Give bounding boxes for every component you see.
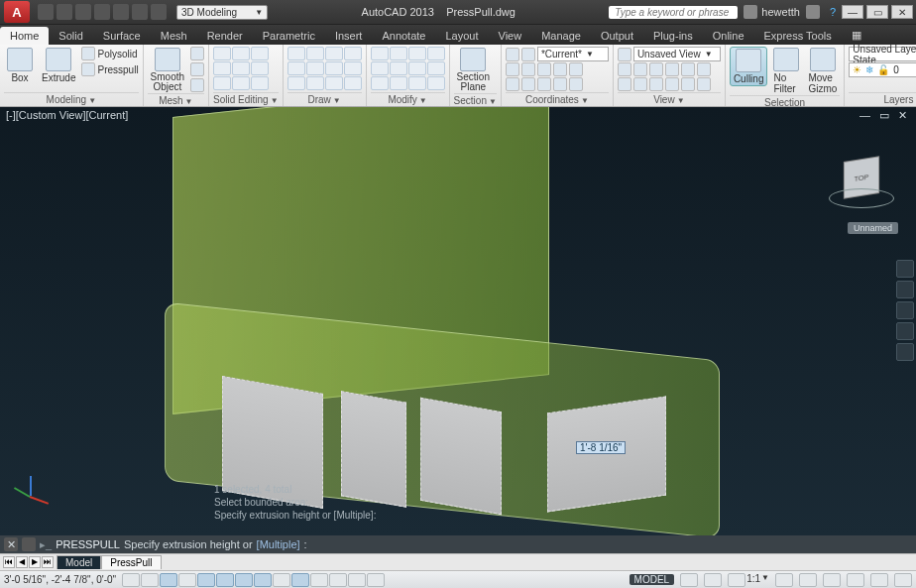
workspace-switch-icon[interactable] xyxy=(799,573,817,587)
workspace-selector[interactable]: 3D Modeling ▼ xyxy=(176,5,268,20)
tab-home[interactable]: Home xyxy=(0,27,49,45)
ucs-icon[interactable] xyxy=(506,48,519,61)
rectangle-icon[interactable] xyxy=(287,61,305,75)
extrude-button[interactable]: Extrude xyxy=(39,47,78,84)
point-icon[interactable] xyxy=(287,76,305,90)
ortho-toggle[interactable] xyxy=(178,573,196,587)
layer-state-combo[interactable]: Unsaved Layer State▼ xyxy=(849,47,916,61)
view-perspective-icon[interactable] xyxy=(697,77,711,91)
tab-view[interactable]: View xyxy=(489,27,532,45)
view-right-icon[interactable] xyxy=(665,62,679,76)
tab-manage[interactable]: Manage xyxy=(531,27,591,45)
ucs-face-icon[interactable] xyxy=(521,77,535,91)
tab-solid[interactable]: Solid xyxy=(49,27,92,45)
user-menu[interactable]: hewetth xyxy=(744,5,800,19)
thicken-icon[interactable] xyxy=(232,61,250,75)
viewcube[interactable]: TOP xyxy=(827,143,896,212)
annotation-visibility-icon[interactable] xyxy=(775,573,793,587)
mesh-refine-icon[interactable] xyxy=(190,78,204,92)
qat-saveas-icon[interactable] xyxy=(94,4,110,20)
view-front-icon[interactable] xyxy=(681,62,695,76)
scale-icon[interactable] xyxy=(390,61,407,75)
lwt-toggle[interactable] xyxy=(310,573,328,587)
cmdline-option[interactable]: [Multiple] xyxy=(257,538,300,550)
imprint-icon[interactable] xyxy=(232,76,250,90)
command-line[interactable]: ✕ ▸_ PRESSPULL Specify extrusion height … xyxy=(0,535,916,553)
steering-wheel-icon[interactable] xyxy=(896,260,914,278)
view-left-icon[interactable] xyxy=(649,62,663,76)
offset-icon[interactable] xyxy=(427,76,445,90)
ducs-toggle[interactable] xyxy=(273,573,290,587)
viewport[interactable]: [-][Custom View][Current] — ▭ ✕ 1'-8 1/1… xyxy=(0,107,916,535)
panel-label-modify[interactable]: Modify▼ xyxy=(371,92,445,106)
qat-new-icon[interactable] xyxy=(38,4,54,20)
quickview-layouts-icon[interactable] xyxy=(680,573,698,587)
tpy-toggle[interactable] xyxy=(329,573,347,587)
view-manager-icon[interactable] xyxy=(618,48,631,61)
tab-nav-prev[interactable]: ◀ xyxy=(16,556,28,568)
clean-screen-icon[interactable] xyxy=(894,573,912,587)
trim-icon[interactable] xyxy=(427,47,445,60)
polar-toggle[interactable] xyxy=(197,573,215,587)
region-icon[interactable] xyxy=(306,76,324,90)
tab-parametric[interactable]: Parametric xyxy=(253,27,325,45)
visual-style-tag[interactable]: Unnamed xyxy=(848,222,898,234)
slice-icon[interactable] xyxy=(213,61,231,75)
annotation-scale-icon[interactable] xyxy=(728,573,745,587)
layout-tab-presspull[interactable]: PressPull xyxy=(101,555,161,569)
explode-icon[interactable] xyxy=(408,76,426,90)
union-icon[interactable] xyxy=(213,47,231,60)
panel-label-view[interactable]: View▼ xyxy=(618,92,721,106)
intersect-icon[interactable] xyxy=(251,47,269,60)
ucs-icon-widget[interactable] xyxy=(14,476,54,516)
osnap-toggle[interactable] xyxy=(216,573,234,587)
tab-online[interactable]: Online xyxy=(703,27,754,45)
tab-nav-next[interactable]: ▶ xyxy=(29,556,41,568)
nofilter-button[interactable]: No Filter xyxy=(770,47,802,95)
otrack-toggle[interactable] xyxy=(254,573,272,587)
ucs-origin-icon[interactable] xyxy=(569,62,583,76)
ucs-y-icon[interactable] xyxy=(521,62,535,76)
snap-toggle[interactable] xyxy=(141,573,159,587)
layout-tab-model[interactable]: Model xyxy=(57,555,101,569)
qat-save-icon[interactable] xyxy=(75,4,91,20)
shell-icon[interactable] xyxy=(213,76,231,90)
tab-surface[interactable]: Surface xyxy=(93,27,151,45)
view-bottom-icon[interactable] xyxy=(633,62,647,76)
ucs-view-icon[interactable] xyxy=(553,62,567,76)
array-icon[interactable] xyxy=(371,76,389,90)
subtract-icon[interactable] xyxy=(232,47,250,60)
presspull-button[interactable]: Presspull xyxy=(81,62,138,76)
search-input[interactable]: Type a keyword or phrase xyxy=(609,6,738,19)
cmdline-customize-icon[interactable] xyxy=(22,537,36,551)
extract-edges-icon[interactable] xyxy=(251,61,269,75)
qp-toggle[interactable] xyxy=(348,573,366,587)
view-back-icon[interactable] xyxy=(697,62,711,76)
ellipse-icon[interactable] xyxy=(306,61,324,75)
tab-nav-first[interactable]: ⏮ xyxy=(3,556,15,568)
view-top-icon[interactable] xyxy=(618,62,631,76)
grid-toggle[interactable] xyxy=(160,573,177,587)
maximize-button[interactable]: ▭ xyxy=(866,5,888,19)
hardware-accel-icon[interactable] xyxy=(847,573,864,587)
tab-mesh[interactable]: Mesh xyxy=(151,27,197,45)
circle-icon[interactable] xyxy=(325,47,343,60)
view-parallel-icon[interactable] xyxy=(681,77,695,91)
app-menu-button[interactable]: A xyxy=(4,1,30,23)
tab-plugins[interactable]: Plug-ins xyxy=(643,27,703,45)
panel-label-layers[interactable]: Layers▼ xyxy=(849,92,916,106)
exchange-icon[interactable] xyxy=(806,5,820,19)
move-icon[interactable] xyxy=(371,47,389,60)
view-sw-icon[interactable] xyxy=(618,77,631,91)
panel-label-draw[interactable]: Draw▼ xyxy=(287,92,362,106)
panel-label-modeling[interactable]: Modeling▼ xyxy=(4,92,139,106)
coords-readout[interactable]: 3'-0 5/16", -2'-4 7/8", 0'-0" xyxy=(4,574,116,585)
ucs-named-icon[interactable] xyxy=(569,77,583,91)
view-se-icon[interactable] xyxy=(633,77,647,91)
copy-icon[interactable] xyxy=(390,47,407,60)
zoom-icon[interactable] xyxy=(896,301,914,319)
mesh-less-icon[interactable] xyxy=(190,62,204,76)
culling-button[interactable]: Culling xyxy=(730,47,768,86)
panel-label-section[interactable]: Section▼ xyxy=(454,93,497,107)
unsaved-view-combo[interactable]: Unsaved View▼ xyxy=(633,47,721,61)
